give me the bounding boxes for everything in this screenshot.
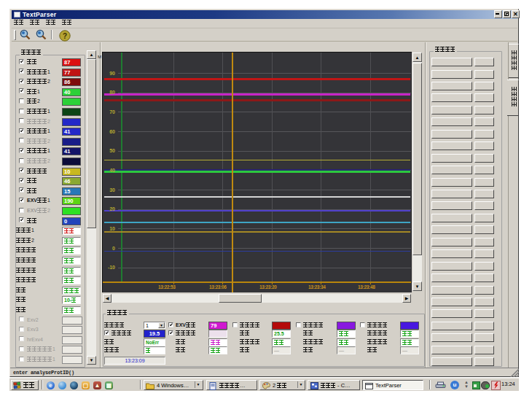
svg-text:?: ? xyxy=(63,31,67,39)
